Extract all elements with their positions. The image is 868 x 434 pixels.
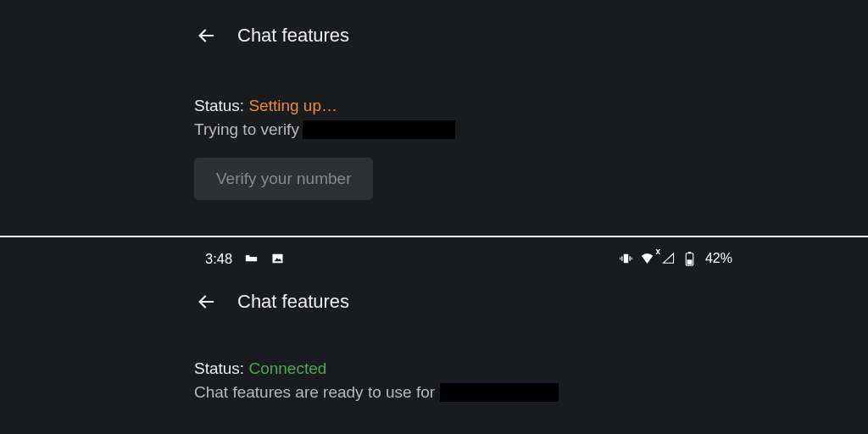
header: Chat features [0,290,868,314]
svg-rect-2 [246,255,250,258]
wifi-x-overlay: x [655,247,660,256]
android-statusbar: 3:48 x 42% [0,237,868,270]
back-arrow-icon[interactable] [197,26,215,45]
redacted-phone-number [440,383,559,402]
image-icon [270,252,285,265]
status-line: Status: Setting up… [194,97,868,115]
content-area: Status: Setting up… Trying to verify Ver… [0,47,868,200]
svg-rect-5 [624,254,628,264]
wifi-icon: x [640,252,654,265]
cell-signal-icon [661,252,676,265]
page-title: Chat features [237,25,349,47]
redacted-phone-number [303,120,455,139]
status-label: Status: [194,97,248,114]
statusbar-right: x 42% [619,251,732,266]
bed-icon [244,252,259,265]
svg-rect-9 [632,258,632,260]
statusbar-time: 3:48 [205,251,232,267]
subline-text: Trying to verify [194,120,299,139]
svg-rect-1 [246,257,257,261]
status-line: Status: Connected [194,359,868,378]
page-title: Chat features [237,291,349,313]
status-subline: Chat features are ready to use for [194,383,868,402]
svg-rect-7 [629,256,630,260]
verify-number-button[interactable]: Verify your number [194,158,373,200]
panel-setting-up: Chat features Status: Setting up… Trying… [0,0,868,236]
vibrate-icon [619,252,633,265]
panel-connected: 3:48 x 42% [0,237,868,434]
battery-icon [682,252,697,265]
status-label: Status: [194,359,248,377]
status-subline: Trying to verify [194,120,868,139]
back-arrow-icon[interactable] [197,292,215,311]
svg-rect-12 [687,259,692,264]
status-value: Connected [248,359,326,377]
statusbar-left: 3:48 [205,251,285,267]
subline-text: Chat features are ready to use for [194,383,435,402]
status-value: Setting up… [248,97,337,114]
svg-rect-11 [688,252,691,253]
svg-rect-6 [621,256,622,260]
svg-rect-8 [620,258,620,260]
content-area: Status: Connected Chat features are read… [0,314,868,402]
battery-percent: 42% [705,251,732,266]
header: Chat features [0,24,868,47]
